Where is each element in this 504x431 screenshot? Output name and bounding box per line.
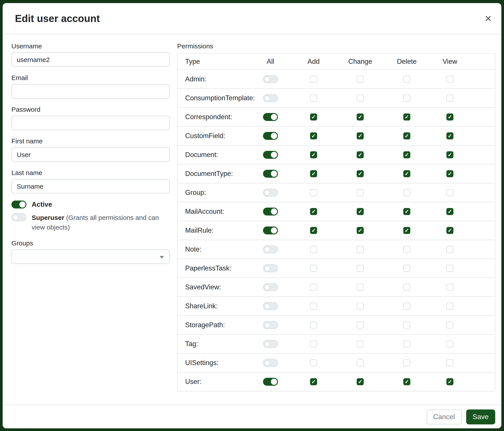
permission-all-toggle[interactable] [263,283,278,291]
permission-delete-checkbox[interactable] [403,341,410,347]
permission-change-checkbox[interactable] [357,303,364,310]
permission-all-toggle[interactable] [263,302,278,310]
permission-delete-checkbox[interactable] [403,303,410,310]
password-input[interactable] [11,116,170,130]
permission-view-checkbox[interactable] [446,95,453,102]
permission-view-checkbox[interactable] [446,284,453,291]
permission-add-checkbox[interactable] [310,322,317,329]
permission-change-checkbox[interactable] [357,359,364,366]
permission-type-label: StoragePath: [178,321,251,329]
active-toggle[interactable] [11,201,26,208]
username-input[interactable] [11,52,170,67]
permission-change-checkbox[interactable] [357,132,364,139]
permission-all-toggle[interactable] [263,359,278,367]
permission-change-checkbox[interactable] [357,322,364,329]
permission-view-checkbox[interactable] [446,359,453,366]
permission-add-checkbox[interactable] [310,170,317,177]
permission-all-toggle[interactable] [263,226,278,234]
permission-delete-checkbox[interactable] [403,322,410,329]
permission-all-toggle[interactable] [263,94,278,102]
permission-view-checkbox[interactable] [446,378,453,385]
permission-all-toggle[interactable] [263,245,278,253]
permission-add-checkbox[interactable] [310,284,317,291]
permission-type-label: Correspondent: [178,113,251,121]
superuser-toggle[interactable] [11,213,26,221]
permission-view-checkbox[interactable] [446,303,453,310]
cancel-button[interactable]: Cancel [426,409,462,424]
permission-change-checkbox[interactable] [357,341,364,347]
permission-delete-checkbox[interactable] [403,359,410,366]
permission-all-toggle[interactable] [263,340,278,348]
permission-delete-checkbox[interactable] [403,95,410,102]
permission-change-checkbox[interactable] [357,246,364,253]
first-name-input[interactable] [11,147,170,162]
close-icon[interactable]: × [485,13,492,24]
permission-change-checkbox[interactable] [357,95,364,102]
permission-change-checkbox[interactable] [357,284,364,291]
permission-delete-checkbox[interactable] [403,246,410,253]
permission-view-checkbox[interactable] [446,76,453,83]
permission-delete-checkbox[interactable] [403,132,410,139]
permission-all-toggle[interactable] [263,189,278,197]
permission-add-checkbox[interactable] [310,76,317,83]
permission-change-checkbox[interactable] [357,265,364,272]
permission-add-checkbox[interactable] [310,132,317,139]
permission-view-checkbox[interactable] [446,246,453,253]
permission-view-checkbox[interactable] [446,341,453,347]
permission-delete-checkbox[interactable] [403,114,410,120]
last-name-input[interactable] [11,179,170,194]
permission-change-checkbox[interactable] [357,189,364,196]
permission-add-checkbox[interactable] [310,208,317,215]
permission-add-checkbox[interactable] [310,378,317,385]
permission-all-toggle[interactable] [263,264,278,272]
permission-all-toggle[interactable] [263,75,278,83]
permission-change-checkbox[interactable] [357,170,364,177]
groups-label: Groups [11,239,170,246]
permission-change-checkbox[interactable] [357,227,364,234]
permission-delete-checkbox[interactable] [403,76,410,83]
permission-view-checkbox[interactable] [446,208,453,215]
permission-all-toggle[interactable] [263,378,278,386]
permission-delete-checkbox[interactable] [403,284,410,291]
permission-add-checkbox[interactable] [310,359,317,366]
email-input[interactable] [11,84,170,99]
permission-all-toggle[interactable] [263,170,278,178]
permission-add-checkbox[interactable] [310,303,317,310]
permission-view-checkbox[interactable] [446,265,453,272]
permission-all-toggle[interactable] [263,207,278,216]
permission-view-checkbox[interactable] [446,132,453,139]
permission-view-checkbox[interactable] [446,227,453,234]
permission-change-checkbox[interactable] [357,378,364,385]
permission-all-toggle[interactable] [263,113,278,121]
permission-all-toggle[interactable] [263,151,278,159]
permission-all-toggle[interactable] [263,132,278,140]
permission-view-checkbox[interactable] [446,170,453,177]
permission-delete-checkbox[interactable] [403,151,410,158]
permission-change-checkbox[interactable] [357,114,364,120]
permission-add-checkbox[interactable] [310,189,317,196]
permission-all-toggle[interactable] [263,321,278,329]
permission-view-checkbox[interactable] [446,322,453,329]
permission-add-checkbox[interactable] [310,95,317,102]
permission-add-checkbox[interactable] [310,227,317,234]
permission-delete-checkbox[interactable] [403,227,410,234]
permission-delete-checkbox[interactable] [403,189,410,196]
permission-change-checkbox[interactable] [357,76,364,83]
permission-delete-checkbox[interactable] [403,265,410,272]
permission-change-checkbox[interactable] [357,208,364,215]
permission-view-checkbox[interactable] [446,189,453,196]
permission-add-checkbox[interactable] [310,246,317,253]
permission-add-checkbox[interactable] [310,265,317,272]
permission-add-checkbox[interactable] [310,151,317,158]
permission-view-checkbox[interactable] [446,151,453,158]
permission-view-checkbox[interactable] [446,114,453,120]
permission-add-checkbox[interactable] [310,341,317,347]
permission-delete-checkbox[interactable] [403,170,410,177]
permission-change-checkbox[interactable] [357,151,364,158]
permission-add-checkbox[interactable] [310,114,317,120]
save-button[interactable]: Save [466,409,495,424]
permission-delete-checkbox[interactable] [403,378,410,385]
groups-select[interactable] [11,249,170,264]
toggle-knob [264,95,270,101]
permission-delete-checkbox[interactable] [403,208,410,215]
